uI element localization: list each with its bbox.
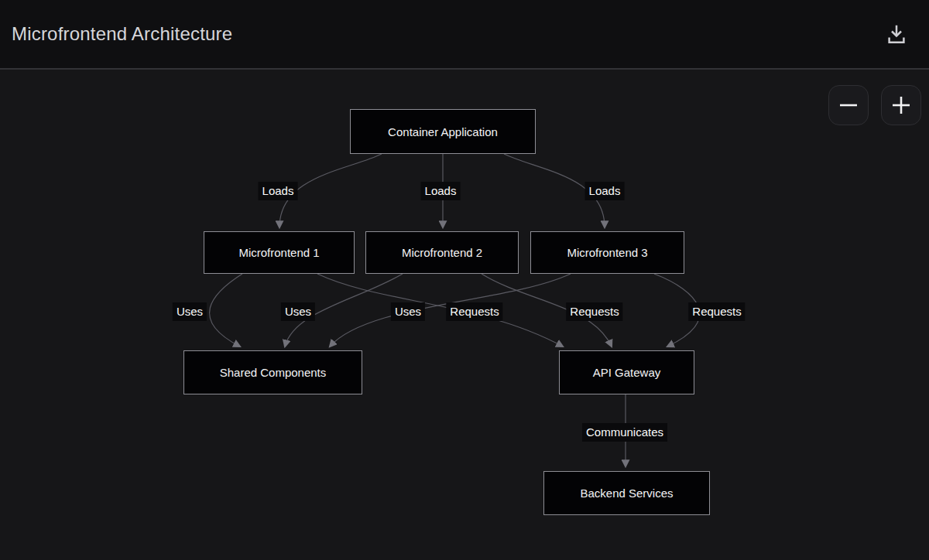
zoom-in-button[interactable] [881,85,921,125]
edge-label-uses-1: Uses [173,302,207,321]
minus-icon [838,95,859,115]
app-window: { "header": { "title": "Microfrontend Ar… [0,0,929,560]
node-microfrontend-1: Microfrontend 1 [204,231,355,274]
edge-label-loads-2: Loads [421,182,461,200]
header: Microfrontend Architecture [0,0,929,70]
download-button[interactable] [881,19,912,50]
edge-label-uses-2: Uses [281,302,315,321]
edge-label-requests-3: Requests [688,302,745,321]
node-microfrontend-3: Microfrontend 3 [530,231,684,274]
page-title: Microfrontend Architecture [12,23,232,45]
edge-label-requests-2: Requests [566,302,622,321]
node-backend-services: Backend Services [543,471,710,515]
edge-label-communicates: Communicates [582,423,667,442]
zoom-out-button[interactable] [828,85,869,125]
edge-label-loads-3: Loads [585,182,625,200]
plus-icon [891,95,911,115]
edge-label-uses-3: Uses [391,302,425,321]
download-icon [885,22,908,46]
node-api-gateway: API Gateway [559,350,694,394]
node-container-application: Container Application [350,109,536,154]
diagram-canvas[interactable]: Container Application Microfrontend 1 Mi… [0,71,929,560]
edge-label-requests-1: Requests [446,302,502,321]
node-microfrontend-2: Microfrontend 2 [365,231,519,274]
edge-label-loads-1: Loads [259,182,298,200]
node-shared-components: Shared Components [183,350,362,394]
